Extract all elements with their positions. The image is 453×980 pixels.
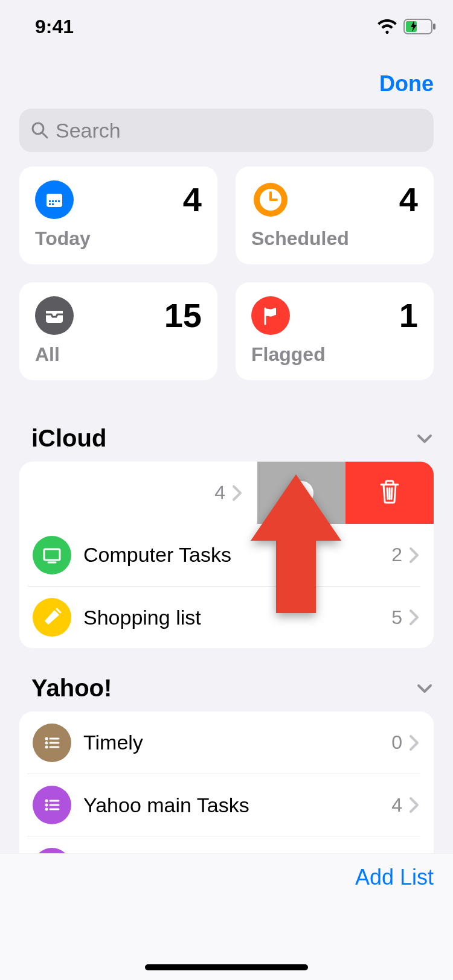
list-bullets-icon [33,724,71,762]
info-icon: i [289,481,313,505]
inbox-icon [35,296,74,335]
svg-rect-6 [47,194,62,199]
svg-point-24 [45,741,48,744]
search-container [0,109,453,167]
svg-point-30 [45,804,48,807]
card-all-label: All [35,343,202,366]
list-bullets-icon [33,786,71,824]
bottom-toolbar: Add List [0,853,453,980]
chevron-right-icon [408,608,420,626]
done-button[interactable]: Done [379,71,434,97]
list-row-computer-tasks[interactable]: Computer Tasks 2 [19,524,434,586]
status-time: 9:41 [35,16,74,38]
card-all[interactable]: 15 All [19,282,217,380]
svg-point-32 [45,808,48,811]
svg-rect-11 [49,203,51,205]
section-title-icloud: iCloud [31,425,106,452]
info-button[interactable]: i [257,462,345,524]
battery-icon [403,19,436,34]
svg-line-4 [42,133,47,138]
list-row-yahoo-main-tasks[interactable]: Yahoo main Tasks 4 [19,774,434,836]
svg-line-17 [387,488,388,499]
swiped-row-content: 4 [19,462,258,524]
card-scheduled-count: 4 [399,180,418,219]
calendar-icon [35,180,74,219]
card-all-count: 15 [164,296,202,335]
add-list-button[interactable]: Add List [355,865,434,890]
svg-rect-7 [49,200,51,202]
svg-line-19 [391,488,392,499]
home-indicator[interactable] [145,964,308,970]
list-count: 4 [391,794,402,816]
list-name: Shopping list [83,606,391,629]
carrot-icon [33,598,71,637]
monitor-icon [33,536,71,574]
chevron-down-icon [416,679,434,698]
list-name: Timely [83,731,391,754]
search-field[interactable] [19,109,434,152]
chevron-right-icon [231,484,243,502]
list-name: Yahoo main Tasks [83,794,391,817]
card-flagged-label: Flagged [251,343,418,366]
svg-rect-2 [433,24,435,30]
section-header-yahoo[interactable]: Yahoo! [0,648,453,711]
list-count: 5 [391,606,402,629]
svg-rect-12 [52,203,54,205]
svg-point-26 [45,745,48,748]
chevron-right-icon [408,734,420,752]
svg-rect-8 [52,200,54,202]
list-group-icloud: 4 i Computer Tasks 2 [19,462,434,648]
search-icon [30,121,50,140]
svg-point-22 [45,737,48,740]
card-flagged[interactable]: 1 Flagged [236,282,434,380]
cards-grid: 4 Today 4 Scheduled 15 All 1 Flagged [0,167,453,398]
delete-button[interactable] [345,462,434,524]
svg-rect-20 [44,549,60,560]
section-header-icloud[interactable]: iCloud [0,398,453,462]
list-row-timely[interactable]: Timely 0 [19,711,434,774]
svg-rect-9 [55,200,57,202]
list-row-swiped[interactable]: 4 i [19,462,434,524]
nav-bar: Done [0,53,453,109]
list-count: 2 [391,544,402,566]
status-right [377,19,436,34]
trash-icon [378,479,402,507]
svg-point-28 [45,800,48,803]
section-title-yahoo: Yahoo! [31,675,112,702]
search-input[interactable] [56,119,423,142]
card-scheduled-label: Scheduled [251,228,418,250]
swipe-actions: i [257,462,434,524]
swiped-row-count: 4 [214,482,225,504]
flag-icon [251,296,290,335]
status-bar: 9:41 [0,0,453,53]
chevron-down-icon [416,430,434,448]
chevron-right-icon [408,796,420,814]
card-today-count: 4 [183,180,202,219]
list-count: 0 [391,731,402,754]
list-row-shopping-list[interactable]: Shopping list 5 [19,586,434,648]
list-name: Computer Tasks [83,543,391,567]
card-flagged-count: 1 [399,296,418,335]
card-today[interactable]: 4 Today [19,167,217,264]
svg-rect-10 [58,200,60,202]
card-today-label: Today [35,228,202,250]
wifi-icon [377,19,397,34]
card-scheduled[interactable]: 4 Scheduled [236,167,434,264]
chevron-right-icon [408,546,420,564]
clock-icon [251,180,290,219]
